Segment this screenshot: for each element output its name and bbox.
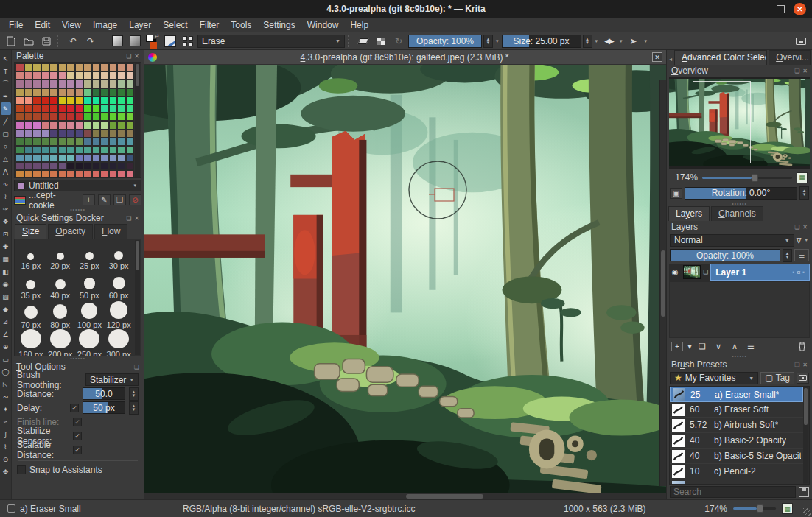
palette-swatch[interactable] bbox=[109, 146, 118, 154]
palette-swatch[interactable] bbox=[117, 146, 126, 154]
zoom-to-fit-icon[interactable]: ▦ bbox=[782, 503, 793, 514]
layer-visibility-icon[interactable]: ◉ bbox=[669, 268, 681, 276]
palette-swatch[interactable] bbox=[41, 162, 50, 170]
canvas-horizontal-scrollbar[interactable] bbox=[144, 493, 666, 499]
palette-swatch[interactable] bbox=[75, 162, 84, 170]
brush-size-preset[interactable]: 40 px bbox=[46, 270, 75, 300]
palette-swatch[interactable] bbox=[126, 170, 135, 178]
palette-swatch[interactable] bbox=[109, 113, 118, 121]
palette-swatch[interactable] bbox=[24, 138, 33, 146]
preset-row[interactable]: 40b) Basic-5 Size Opacity bbox=[670, 449, 803, 464]
transform-tool[interactable]: ⊡ bbox=[1, 228, 11, 240]
palette-swatch[interactable] bbox=[75, 80, 84, 88]
palette-swatch[interactable] bbox=[24, 146, 33, 154]
palette-swatch[interactable] bbox=[75, 154, 84, 162]
brush-presets-popup-button[interactable] bbox=[180, 34, 196, 49]
palette-swatch[interactable] bbox=[75, 146, 84, 154]
palette-swatch[interactable] bbox=[49, 80, 58, 88]
palette-swatch[interactable] bbox=[83, 105, 92, 113]
polygon-tool[interactable]: △ bbox=[1, 152, 11, 165]
palette-swatch[interactable] bbox=[100, 130, 109, 138]
palette-swatch[interactable] bbox=[92, 71, 101, 80]
move-tool[interactable]: ✚ bbox=[1, 240, 11, 253]
palette-swatch[interactable] bbox=[15, 162, 24, 170]
palette-swatch[interactable] bbox=[92, 162, 101, 170]
palette-swatch[interactable] bbox=[32, 96, 41, 105]
size-spinner[interactable]: ▲▼ bbox=[583, 35, 592, 48]
close-docker-icon[interactable]: ✕ bbox=[802, 224, 808, 231]
chevron-down-icon[interactable]: ▾ bbox=[803, 237, 809, 243]
rotation-spinner[interactable]: ▲▼ bbox=[799, 186, 809, 200]
blend-mode-combo[interactable]: Normal▼ bbox=[670, 234, 794, 247]
multibrush-tool[interactable]: ❖ bbox=[1, 215, 11, 228]
palette-swatch[interactable] bbox=[100, 154, 109, 162]
palette-swatch[interactable] bbox=[83, 162, 92, 170]
palette-swatch[interactable] bbox=[49, 162, 58, 170]
chevron-down-icon[interactable]: ▾ bbox=[643, 38, 649, 44]
palette-swatch[interactable] bbox=[32, 138, 41, 146]
palette-swatch[interactable] bbox=[49, 88, 58, 96]
palette-swatch[interactable] bbox=[49, 138, 58, 146]
edit-shapes-tool[interactable]: ⌒ bbox=[1, 77, 11, 90]
palette-swatch[interactable] bbox=[41, 121, 50, 129]
float-docker-icon[interactable]: ❏ bbox=[794, 224, 799, 231]
palette-swatch[interactable] bbox=[49, 130, 58, 138]
size-slider[interactable]: Size: 25.00 px bbox=[502, 35, 581, 48]
palette-swatch[interactable] bbox=[32, 105, 41, 113]
palette-swatch[interactable] bbox=[66, 146, 75, 154]
tab-advanced-color-selector[interactable]: Advanced Color Selec... bbox=[674, 50, 767, 65]
palette-swatch[interactable] bbox=[66, 154, 75, 162]
palette-swatch[interactable] bbox=[83, 121, 92, 129]
bezier-curve-tool[interactable]: ∿ bbox=[1, 177, 11, 190]
save-preset-icon[interactable] bbox=[799, 487, 809, 497]
layer-opacity-spinner[interactable]: ▲▼ bbox=[783, 249, 792, 262]
close-docker-icon[interactable]: ✕ bbox=[802, 362, 808, 368]
palette-swatch[interactable] bbox=[126, 154, 135, 162]
palette-swatch[interactable] bbox=[15, 105, 24, 113]
palette-swatch[interactable] bbox=[100, 121, 109, 129]
palette-swatch[interactable] bbox=[49, 105, 58, 113]
palette-swatch[interactable] bbox=[126, 121, 135, 129]
palette-swatch[interactable] bbox=[58, 138, 67, 146]
palette-swatch[interactable] bbox=[92, 80, 101, 88]
zoom-tool[interactable]: ⊙ bbox=[1, 453, 11, 465]
canvas-subwindow-titlebar[interactable]: 4.3.0-prealpha (git 8c9b10e): galteed.jp… bbox=[144, 50, 666, 65]
palette-swatch[interactable] bbox=[15, 170, 24, 178]
palette-swatch[interactable] bbox=[66, 113, 75, 121]
palette-swatch[interactable] bbox=[109, 162, 118, 170]
palette-swatch[interactable] bbox=[41, 130, 50, 138]
palette-swatch[interactable] bbox=[126, 80, 135, 88]
palette-swatch[interactable] bbox=[24, 63, 33, 71]
distance-spinner[interactable]: ▲▼ bbox=[129, 387, 139, 401]
palette-swatch[interactable] bbox=[100, 88, 109, 96]
brush-size-preset[interactable]: 70 px bbox=[16, 300, 46, 329]
palette-swatch[interactable] bbox=[41, 170, 50, 178]
palette-swatch[interactable] bbox=[66, 80, 75, 88]
palette-swatch[interactable] bbox=[24, 170, 33, 178]
elliptical-select-tool[interactable]: ◯ bbox=[1, 365, 11, 378]
open-document-button[interactable] bbox=[21, 34, 37, 49]
layer-view-options-button[interactable]: ☰ bbox=[794, 249, 809, 261]
palette-swatch[interactable] bbox=[100, 105, 109, 113]
palette-swatch[interactable] bbox=[100, 113, 109, 121]
close-docker-icon[interactable]: ✕ bbox=[134, 53, 139, 60]
color-sampler-tool[interactable]: ◉ bbox=[1, 278, 11, 290]
palette-swatch[interactable] bbox=[32, 88, 41, 96]
statusbar-zoom-slider[interactable] bbox=[733, 507, 776, 510]
palette-swatch[interactable] bbox=[92, 121, 101, 129]
tab-flow[interactable]: Flow bbox=[94, 224, 127, 239]
brush-size-preset[interactable]: 50 px bbox=[75, 270, 105, 300]
polyline-tool[interactable]: ⋀ bbox=[1, 165, 11, 177]
palette-swatch[interactable] bbox=[92, 170, 101, 178]
delay-slider[interactable]: 50 px bbox=[83, 401, 125, 414]
horizontal-mirror-button[interactable]: ◀▶ bbox=[601, 34, 617, 49]
add-layer-button[interactable]: + bbox=[671, 342, 683, 351]
palette-swatch[interactable] bbox=[32, 154, 41, 162]
new-document-button[interactable] bbox=[3, 34, 19, 49]
brush-size-preset[interactable]: 30 px bbox=[104, 241, 133, 270]
palette-swatch[interactable] bbox=[117, 138, 126, 146]
menu-layer[interactable]: Layer bbox=[123, 18, 157, 32]
canvas-vertical-scrollbar[interactable] bbox=[659, 80, 666, 486]
eraser-mode-button[interactable] bbox=[355, 34, 371, 49]
palette-swatch[interactable] bbox=[126, 88, 135, 96]
